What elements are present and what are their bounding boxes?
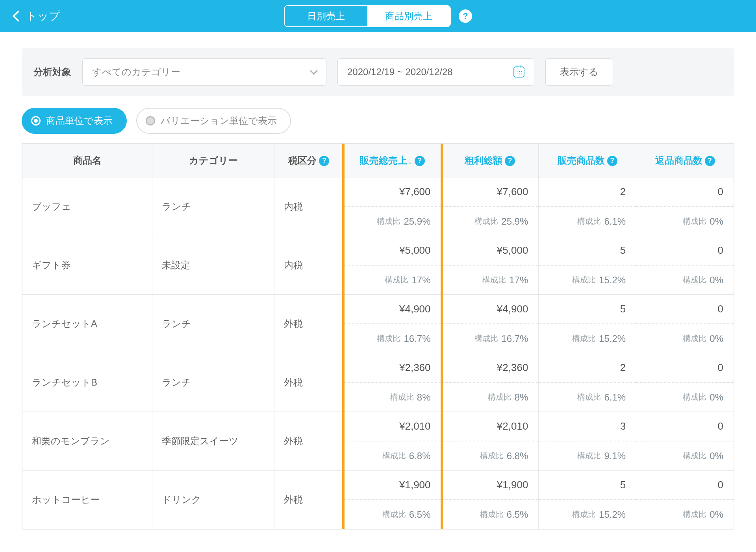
pill-by-product[interactable]: 商品単位で表示 xyxy=(22,108,127,134)
cell-gross-ratio: 構成比6.8% xyxy=(441,441,539,470)
cell-return-qty-value: 0 xyxy=(636,471,734,500)
cell-sold-qty: 2構成比6.1% xyxy=(539,353,636,412)
cell-sold-qty-value: 2 xyxy=(539,353,636,383)
col-header-gross[interactable]: 粗利総額? xyxy=(441,144,539,177)
chevron-left-icon xyxy=(13,11,24,22)
cell-product-name: ランチセットB xyxy=(22,353,152,412)
cell-return-qty-ratio: 構成比0% xyxy=(636,324,734,353)
help-icon[interactable]: ? xyxy=(319,156,329,166)
cell-return-qty-ratio: 構成比0% xyxy=(636,266,734,294)
cell-product-name: 和栗のモンブラン xyxy=(22,412,152,471)
cell-return-qty-value: 0 xyxy=(636,177,734,207)
cell-sales-value: ¥4,900 xyxy=(344,295,441,324)
date-range-value: 2020/12/19 ~ 2020/12/28 xyxy=(347,66,453,78)
cell-sold-qty: 5構成比15.2% xyxy=(539,471,636,529)
cell-gross: ¥1,900構成比6.5% xyxy=(441,471,539,529)
help-icon[interactable]: ? xyxy=(607,156,617,166)
cell-tax-type: 外税 xyxy=(274,412,344,471)
sort-desc-icon: ↓ xyxy=(408,156,412,166)
pill-by-variation-label: バリエーション単位で表示 xyxy=(161,114,277,127)
filter-label: 分析対象 xyxy=(33,66,71,78)
cell-gross-value: ¥1,900 xyxy=(441,471,539,500)
cell-sales-value: ¥2,360 xyxy=(344,353,441,383)
cell-sold-qty-value: 3 xyxy=(539,412,636,441)
cell-sold-qty-ratio: 構成比6.1% xyxy=(539,383,636,412)
cell-sold-qty: 2構成比6.1% xyxy=(539,177,636,236)
cell-sales-ratio: 構成比6.5% xyxy=(344,500,441,529)
cell-sales: ¥1,900構成比6.5% xyxy=(343,471,441,529)
cell-sales-value: ¥7,600 xyxy=(344,177,441,207)
cell-sold-qty-value: 5 xyxy=(539,236,636,266)
cell-return-qty: 0構成比0% xyxy=(636,471,734,529)
cell-sales-ratio: 構成比6.8% xyxy=(344,441,441,470)
tab-daily-sales[interactable]: 日別売上 xyxy=(285,6,367,26)
col-header-category[interactable]: カテゴリー xyxy=(152,144,274,177)
category-dropdown[interactable]: すべてのカテゴリー xyxy=(82,58,326,86)
cell-sales-ratio: 構成比8% xyxy=(344,383,441,412)
view-segmented-control: 日別売上 商品別売上 xyxy=(284,5,451,27)
cell-tax-type: 外税 xyxy=(274,353,344,412)
cell-sold-qty-value: 2 xyxy=(539,177,636,207)
cell-product-name: ギフト券 xyxy=(22,236,152,295)
cell-return-qty-value: 0 xyxy=(636,236,734,266)
filter-bar: 分析対象 すべてのカテゴリー 2020/12/19 ~ 2020/12/28 表… xyxy=(22,48,734,96)
cell-return-qty: 0構成比0% xyxy=(636,412,734,471)
cell-sales: ¥5,000構成比17% xyxy=(343,236,441,295)
pill-by-product-label: 商品単位で表示 xyxy=(46,114,113,127)
cell-product-name: ブッフェ xyxy=(22,177,152,236)
cell-sales-value: ¥5,000 xyxy=(344,236,441,266)
col-header-return-qty[interactable]: 返品商品数? xyxy=(636,144,734,177)
cell-gross-value: ¥7,600 xyxy=(441,177,539,207)
cell-gross: ¥2,010構成比6.8% xyxy=(441,412,539,471)
table-row: ギフト券未設定内税¥5,000構成比17%¥5,000構成比17%5構成比15.… xyxy=(22,236,734,295)
cell-gross-value: ¥4,900 xyxy=(441,295,539,324)
cell-category: 未設定 xyxy=(152,236,274,295)
cell-return-qty: 0構成比0% xyxy=(636,353,734,412)
chevron-down-icon xyxy=(310,67,318,75)
cell-tax-type: 内税 xyxy=(274,177,344,236)
cell-sales-ratio: 構成比16.7% xyxy=(344,324,441,353)
back-button[interactable]: トップ xyxy=(0,9,60,24)
cell-sales-ratio: 構成比25.9% xyxy=(344,207,441,236)
table-row: ブッフェランチ内税¥7,600構成比25.9%¥7,600構成比25.9%2構成… xyxy=(22,177,734,236)
date-range-picker[interactable]: 2020/12/19 ~ 2020/12/28 xyxy=(337,58,534,86)
cell-sales: ¥2,360構成比8% xyxy=(343,353,441,412)
display-unit-toggle: 商品単位で表示 バリエーション単位で表示 xyxy=(22,108,734,134)
table-row: ランチセットAランチ外税¥4,900構成比16.7%¥4,900構成比16.7%… xyxy=(22,295,734,353)
col-header-sales[interactable]: 販売総売上↓? xyxy=(343,144,441,177)
help-icon[interactable]: ? xyxy=(459,9,472,23)
cell-return-qty-ratio: 構成比0% xyxy=(636,500,734,529)
cell-return-qty: 0構成比0% xyxy=(636,177,734,236)
apply-filter-button[interactable]: 表示する xyxy=(545,58,613,86)
help-icon[interactable]: ? xyxy=(505,156,515,166)
cell-product-name: ホットコーヒー xyxy=(22,471,152,529)
cell-sales: ¥2,010構成比6.8% xyxy=(343,412,441,471)
back-label: トップ xyxy=(26,9,60,24)
col-header-name[interactable]: 商品名 xyxy=(22,144,152,177)
col-header-sold-qty[interactable]: 販売商品数? xyxy=(539,144,636,177)
cell-gross: ¥7,600構成比25.9% xyxy=(441,177,539,236)
category-dropdown-value: すべてのカテゴリー xyxy=(92,66,180,78)
table-row: 和栗のモンブラン季節限定スイーツ外税¥2,010構成比6.8%¥2,010構成比… xyxy=(22,412,734,471)
cell-tax-type: 外税 xyxy=(274,295,344,353)
cell-return-qty-value: 0 xyxy=(636,295,734,324)
cell-sold-qty-ratio: 構成比9.1% xyxy=(539,441,636,470)
table-row: ホットコーヒードリンク外税¥1,900構成比6.5%¥1,900構成比6.5%5… xyxy=(22,471,734,529)
sales-table: 商品名 カテゴリー 税区分? 販売総売上↓? 粗利総額? 販売商品数? 返品商品… xyxy=(22,143,734,530)
col-header-tax[interactable]: 税区分? xyxy=(274,144,344,177)
cell-sold-qty-ratio: 構成比15.2% xyxy=(539,500,636,529)
cell-sales: ¥7,600構成比25.9% xyxy=(343,177,441,236)
cell-category: ランチ xyxy=(152,295,274,353)
cell-return-qty-ratio: 構成比0% xyxy=(636,383,734,412)
cell-tax-type: 内税 xyxy=(274,236,344,295)
calendar-icon xyxy=(513,66,524,78)
tab-product-sales[interactable]: 商品別売上 xyxy=(367,6,450,26)
cell-sold-qty-ratio: 構成比15.2% xyxy=(539,266,636,294)
pill-by-variation[interactable]: バリエーション単位で表示 xyxy=(136,108,291,134)
cell-category: ランチ xyxy=(152,353,274,412)
help-icon[interactable]: ? xyxy=(415,156,425,166)
cell-tax-type: 外税 xyxy=(274,471,344,529)
cell-gross-value: ¥2,360 xyxy=(441,353,539,383)
help-icon[interactable]: ? xyxy=(705,156,715,166)
cell-category: ドリンク xyxy=(152,471,274,529)
